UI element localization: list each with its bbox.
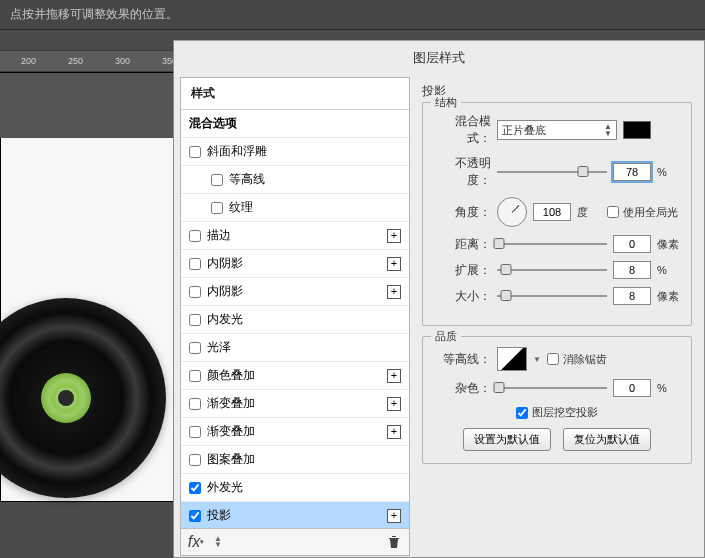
style-checkbox[interactable] [189, 398, 201, 410]
style-checkbox[interactable] [189, 482, 201, 494]
style-label: 内阴影 [207, 283, 243, 300]
style-label: 纹理 [229, 199, 253, 216]
blend-options-row[interactable]: 混合选项 [181, 110, 409, 138]
style-row[interactable]: 等高线 [181, 166, 409, 194]
style-checkbox[interactable] [211, 202, 223, 214]
style-label: 斜面和浮雕 [207, 143, 267, 160]
style-label: 投影 [207, 507, 231, 524]
shadow-color-swatch[interactable] [623, 121, 651, 139]
style-label: 描边 [207, 227, 231, 244]
style-row[interactable]: 内阴影+ [181, 278, 409, 306]
style-label: 图案叠加 [207, 451, 255, 468]
ruler-tick: 300 [99, 56, 146, 66]
add-effect-button[interactable]: + [387, 285, 401, 299]
global-light-checkbox[interactable]: 使用全局光 [607, 205, 678, 220]
noise-slider[interactable] [497, 380, 607, 396]
knockout-checkbox[interactable]: 图层挖空投影 [516, 405, 598, 420]
opacity-slider[interactable] [497, 164, 607, 180]
angle-label: 角度： [433, 204, 491, 221]
style-row[interactable]: 内阴影+ [181, 250, 409, 278]
style-checkbox[interactable] [189, 230, 201, 242]
styles-header: 样式 [181, 78, 409, 110]
add-effect-button[interactable]: + [387, 257, 401, 271]
opacity-unit: % [657, 166, 681, 178]
quality-legend: 品质 [431, 329, 461, 344]
style-row[interactable]: 颜色叠加+ [181, 362, 409, 390]
style-label: 光泽 [207, 339, 231, 356]
blend-mode-label: 混合模式： [433, 113, 491, 147]
style-checkbox[interactable] [189, 314, 201, 326]
style-label: 外发光 [207, 479, 243, 496]
style-row[interactable]: 渐变叠加+ [181, 390, 409, 418]
noise-input[interactable] [613, 379, 651, 397]
style-row[interactable]: 图案叠加 [181, 446, 409, 474]
size-slider[interactable] [497, 288, 607, 304]
canvas-document[interactable] [0, 72, 175, 502]
vinyl-artwork [0, 298, 166, 498]
contour-label: 等高线： [433, 351, 491, 368]
structure-fieldset: 结构 混合模式： 正片叠底▲▼ 不透明度： % 角度： [422, 102, 692, 326]
style-row[interactable]: 内发光 [181, 306, 409, 334]
style-row[interactable]: 光泽 [181, 334, 409, 362]
spread-slider[interactable] [497, 262, 607, 278]
dialog-title: 图层样式 [174, 41, 704, 75]
arrows-icon[interactable]: ▲▼ [211, 535, 225, 549]
style-checkbox[interactable] [189, 370, 201, 382]
make-default-button[interactable]: 设置为默认值 [463, 428, 551, 451]
layer-style-dialog: 图层样式 样式 混合选项斜面和浮雕等高线纹理描边+内阴影+内阴影+内发光光泽颜色… [173, 40, 705, 558]
style-checkbox[interactable] [189, 286, 201, 298]
angle-unit: 度 [577, 205, 601, 220]
size-label: 大小： [433, 288, 491, 305]
angle-dial[interactable] [497, 197, 527, 227]
size-input[interactable] [613, 287, 651, 305]
style-checkbox[interactable] [189, 342, 201, 354]
blend-mode-select[interactable]: 正片叠底▲▼ [497, 120, 617, 140]
style-row[interactable]: 渐变叠加+ [181, 418, 409, 446]
contour-swatch[interactable] [497, 347, 527, 371]
opacity-input[interactable] [613, 163, 651, 181]
style-row[interactable]: 斜面和浮雕 [181, 138, 409, 166]
quality-fieldset: 品质 等高线： ▼ 消除锯齿 杂色： % 图层挖空投影 设置 [422, 336, 692, 464]
style-label: 内发光 [207, 311, 243, 328]
section-title-shadow: 投影 [422, 83, 692, 100]
style-label: 等高线 [229, 171, 265, 188]
distance-label: 距离： [433, 236, 491, 253]
distance-slider[interactable] [497, 236, 607, 252]
style-checkbox[interactable] [189, 426, 201, 438]
noise-label: 杂色： [433, 380, 491, 397]
distance-input[interactable] [613, 235, 651, 253]
style-row[interactable]: 投影+ [181, 502, 409, 528]
add-effect-button[interactable]: + [387, 369, 401, 383]
settings-column: 投影 结构 混合模式： 正片叠底▲▼ 不透明度： % 角度： [410, 75, 704, 556]
distance-unit: 像素 [657, 237, 681, 252]
noise-unit: % [657, 382, 681, 394]
style-checkbox[interactable] [189, 454, 201, 466]
style-label: 内阴影 [207, 255, 243, 272]
opacity-label: 不透明度： [433, 155, 491, 189]
style-label: 渐变叠加 [207, 395, 255, 412]
add-effect-button[interactable]: + [387, 397, 401, 411]
add-effect-button[interactable]: + [387, 229, 401, 243]
style-checkbox[interactable] [189, 258, 201, 270]
antialias-checkbox[interactable]: 消除锯齿 [547, 352, 607, 367]
fx-icon[interactable]: fx▾ [189, 535, 203, 549]
angle-input[interactable] [533, 203, 571, 221]
size-unit: 像素 [657, 289, 681, 304]
style-row[interactable]: 描边+ [181, 222, 409, 250]
style-row[interactable]: 纹理 [181, 194, 409, 222]
spread-input[interactable] [613, 261, 651, 279]
structure-legend: 结构 [431, 95, 461, 110]
style-checkbox[interactable] [189, 510, 201, 522]
style-row[interactable]: 外发光 [181, 474, 409, 502]
style-label: 渐变叠加 [207, 423, 255, 440]
add-effect-button[interactable]: + [387, 509, 401, 523]
style-checkbox[interactable] [189, 146, 201, 158]
trash-icon[interactable] [387, 535, 401, 549]
add-effect-button[interactable]: + [387, 425, 401, 439]
hint-text: 点按并拖移可调整效果的位置。 [10, 7, 178, 21]
ruler-tick: 200 [5, 56, 52, 66]
style-checkbox[interactable] [211, 174, 223, 186]
spread-label: 扩展： [433, 262, 491, 279]
reset-default-button[interactable]: 复位为默认值 [563, 428, 651, 451]
style-label: 颜色叠加 [207, 367, 255, 384]
